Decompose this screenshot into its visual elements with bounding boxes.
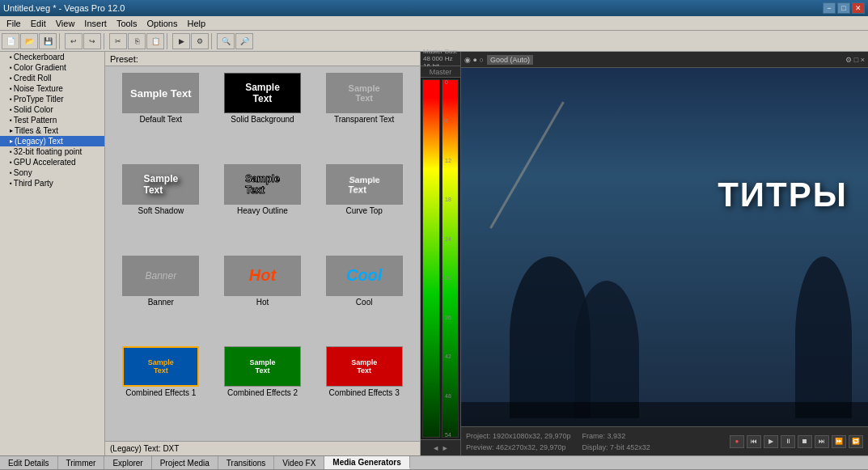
- preset-curve-top[interactable]: SampleText Curve Top: [315, 164, 413, 252]
- tree-item-titles-text[interactable]: ▸ Titles & Text: [0, 125, 104, 136]
- tab-explorer[interactable]: Explorer: [104, 456, 151, 469]
- transport-record[interactable]: ●: [730, 435, 744, 448]
- presets-footer-label: (Legacy) Text: DXT: [105, 441, 420, 455]
- preset-combined1[interactable]: SampleText Combined Effects 1: [112, 346, 210, 434]
- toolbar-cut[interactable]: ✂: [109, 33, 127, 49]
- preset-name-banner: Banner: [148, 298, 174, 307]
- tab-video-fx[interactable]: Video FX: [274, 456, 324, 469]
- tree-item-legacy-text[interactable]: ▸ (Legacy) Text: [0, 136, 104, 146]
- tree-item-32bit[interactable]: ▪ 32-bit floating point: [0, 146, 104, 157]
- preset-thumb-soft-shadow: SampleText: [122, 164, 199, 205]
- toolbar-render[interactable]: ▶: [172, 33, 190, 49]
- preset-combined3[interactable]: SampleText Combined Effects 3: [315, 346, 413, 434]
- preview-transport-controls: ● ⏮ ▶ ⏸ ⏹ ⏭ ⏩ 🔁: [730, 435, 863, 448]
- tree-item-test-pattern[interactable]: ▪ Test Pattern: [0, 115, 104, 125]
- vumeter-left: [422, 79, 440, 438]
- tab-edit-details[interactable]: Edit Details: [0, 456, 58, 469]
- preset-name-soft-shadow: Soft Shadow: [138, 206, 184, 215]
- preset-default-text[interactable]: Sample Text Default Text: [112, 73, 210, 161]
- transport-next-frame[interactable]: ⏩: [832, 435, 846, 448]
- menu-options[interactable]: Options: [142, 18, 183, 29]
- preset-banner[interactable]: Banner Banner: [112, 256, 210, 344]
- preview-title-overlay: ТИТРЫ: [718, 176, 848, 214]
- preset-name-solid-bg: Solid Background: [231, 115, 294, 124]
- menu-view[interactable]: View: [51, 18, 80, 29]
- tab-bar: Edit Details Trimmer Explorer Project Me…: [0, 455, 868, 470]
- transport-loop[interactable]: 🔁: [849, 435, 863, 448]
- preset-name-combined3: Combined Effects 3: [329, 388, 400, 397]
- preset-label: Preset:: [105, 52, 420, 66]
- audio-panel-footer: ◄ ►: [421, 439, 460, 455]
- vu-scale: 0 6 12 18 24 30 36 42 48 54: [444, 78, 460, 439]
- preset-combined2[interactable]: SampleText Combined Effects 2: [214, 346, 312, 434]
- tree-item-noise-texture[interactable]: ▪ Noise Texture: [0, 83, 104, 94]
- menu-file[interactable]: File: [2, 18, 26, 29]
- toolbar-properties[interactable]: ⚙: [191, 33, 209, 49]
- toolbar-sep4: [211, 33, 214, 49]
- tab-trimmer[interactable]: Trimmer: [58, 456, 105, 469]
- tree-item-third-party[interactable]: ▪ Third Party: [0, 178, 104, 188]
- preset-hot[interactable]: Hot Hot: [214, 256, 312, 344]
- transport-stop[interactable]: ⏹: [798, 435, 812, 448]
- musician-silhouette-2: [574, 281, 639, 418]
- toolbar-new[interactable]: 📄: [2, 33, 19, 49]
- preview-header: ◉ ● ○ Good (Auto) ⚙ □ ×: [461, 52, 868, 68]
- menu-tools[interactable]: Tools: [112, 18, 142, 29]
- tree-item-sony[interactable]: ▪ Sony: [0, 167, 104, 178]
- preset-solid-bg[interactable]: SampleText Solid Background: [214, 73, 312, 161]
- preset-name-transparent-text: Transparent Text: [334, 115, 394, 124]
- tree-expand-icon: ▪: [10, 53, 12, 61]
- audio-panel: Master Bus: 48 000 Hz 16-bit Master 0 6 …: [421, 52, 461, 455]
- media-generators-panel: Preset: Sample Text Default Text SampleT…: [105, 52, 421, 455]
- preview-panel: ◉ ● ○ Good (Auto) ⚙ □ × ТИТРЫ Proj: [461, 52, 868, 455]
- preview-frame-info: Frame: 3,932 Display: 7-bit 452x32: [582, 430, 650, 453]
- tree-item-credit-roll[interactable]: ▪ Credit Roll: [0, 73, 104, 83]
- maximize-button[interactable]: □: [837, 2, 850, 14]
- preset-thumb-transparent-text: SampleText: [326, 73, 403, 113]
- tree-item-checkerboard[interactable]: ▪ Checkerboard: [0, 52, 104, 62]
- musician-silhouette-3: [795, 256, 852, 418]
- transport-forward[interactable]: ⏭: [815, 435, 829, 448]
- toolbar-undo[interactable]: ↩: [65, 33, 83, 49]
- tab-media-generators[interactable]: Media Generators: [324, 456, 409, 469]
- video-background: ТИТРЫ: [461, 68, 868, 426]
- tab-project-media[interactable]: Project Media: [152, 456, 218, 469]
- tab-transitions[interactable]: Transitions: [218, 456, 275, 469]
- toolbar-copy[interactable]: ⎘: [128, 33, 146, 49]
- transport-play[interactable]: ▶: [764, 435, 778, 448]
- transport-rewind[interactable]: ⏮: [747, 435, 761, 448]
- toolbar-paste[interactable]: 📋: [146, 33, 164, 49]
- toolbar-sep2: [104, 33, 107, 49]
- menu-insert[interactable]: Insert: [79, 18, 112, 29]
- presets-grid: Sample Text Default Text SampleText Soli…: [105, 66, 420, 441]
- tree-item-solid-color[interactable]: ▪ Solid Color: [0, 104, 104, 115]
- toolbar-open[interactable]: 📂: [20, 33, 38, 49]
- preset-cool[interactable]: Cool Cool: [315, 256, 413, 344]
- titlebar: Untitled.veg * - Vegas Pro 12.0 − □ ✕: [0, 0, 868, 16]
- tree-item-gpu[interactable]: ▪ GPU Accelerated: [0, 157, 104, 167]
- preset-name-curve-top: Curve Top: [345, 206, 382, 215]
- toolbar-zoom-in[interactable]: 🔍: [217, 33, 235, 49]
- preview-header-icons: ◉ ● ○: [464, 56, 484, 64]
- preset-soft-shadow[interactable]: SampleText Soft Shadow: [112, 164, 210, 252]
- preset-thumb-hot: Hot: [224, 256, 301, 296]
- preset-name-hot: Hot: [256, 298, 269, 307]
- preset-name-combined1: Combined Effects 1: [125, 388, 196, 397]
- preset-thumb-combined2: SampleText: [224, 346, 301, 387]
- toolbar-save[interactable]: 💾: [39, 33, 57, 49]
- toolbar-zoom-out[interactable]: 🔎: [235, 33, 253, 49]
- transport-pause[interactable]: ⏸: [781, 435, 795, 448]
- toolbar-sep1: [59, 33, 62, 49]
- minimize-button[interactable]: −: [823, 2, 836, 14]
- preview-footer: Project: 1920x1080x32, 29,970p Preview: …: [461, 426, 868, 455]
- menu-help[interactable]: Help: [182, 18, 210, 29]
- tree-item-color-gradient[interactable]: ▪ Color Gradient: [0, 62, 104, 73]
- close-button[interactable]: ✕: [852, 2, 865, 14]
- toolbar-redo[interactable]: ↪: [83, 33, 101, 49]
- menu-edit[interactable]: Edit: [26, 18, 51, 29]
- tree-item-protype[interactable]: ▪ ProType Titler: [0, 94, 104, 104]
- preset-transparent-text[interactable]: SampleText Transparent Text: [315, 73, 413, 161]
- preset-heavy-outline[interactable]: SampleText Heavy Outline: [214, 164, 312, 252]
- preview-project-info: Project: 1920x1080x32, 29,970p Preview: …: [466, 430, 571, 453]
- toolbar-sep3: [167, 33, 170, 49]
